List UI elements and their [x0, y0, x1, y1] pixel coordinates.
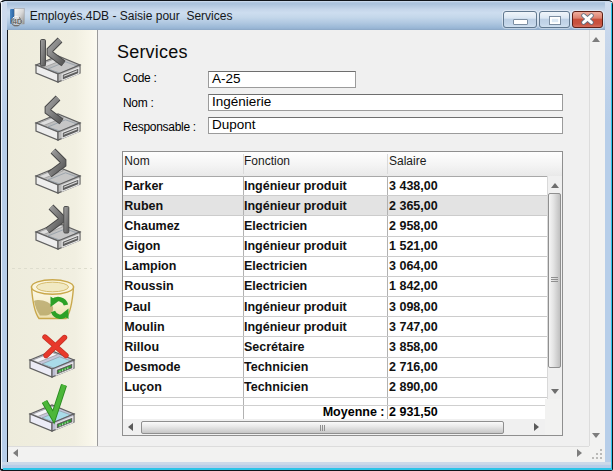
svg-text:4D: 4D: [12, 17, 22, 26]
